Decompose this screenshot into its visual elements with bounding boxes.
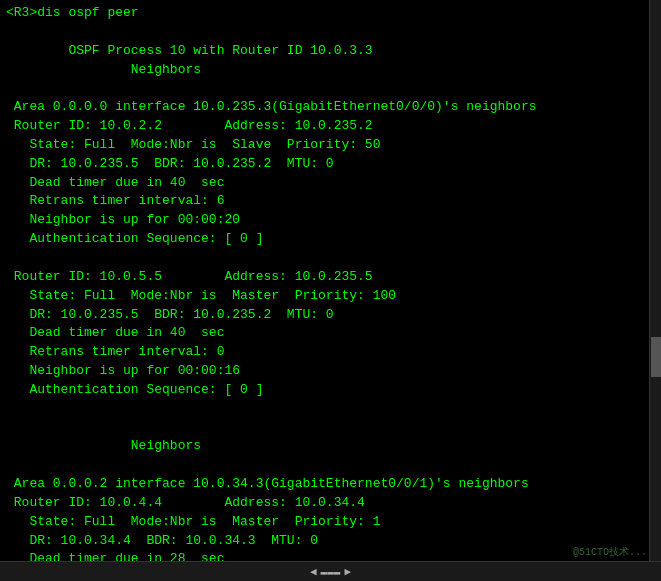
- watermark: @51CTO技术...: [573, 545, 647, 559]
- terminal-window: <R3>dis ospf peer OSPF Process 10 with R…: [0, 0, 661, 581]
- scroll-right-btn[interactable]: ▶: [340, 565, 355, 578]
- scroll-left-btn[interactable]: ◀: [306, 565, 321, 578]
- scrollbar[interactable]: [649, 0, 661, 561]
- terminal-output: <R3>dis ospf peer OSPF Process 10 with R…: [0, 0, 661, 561]
- scrollbar-thumb[interactable]: [651, 337, 661, 377]
- scrollbar-indicator: ▬▬▬: [321, 566, 341, 578]
- bottom-bar: ◀ ▬▬▬ ▶: [0, 561, 661, 581]
